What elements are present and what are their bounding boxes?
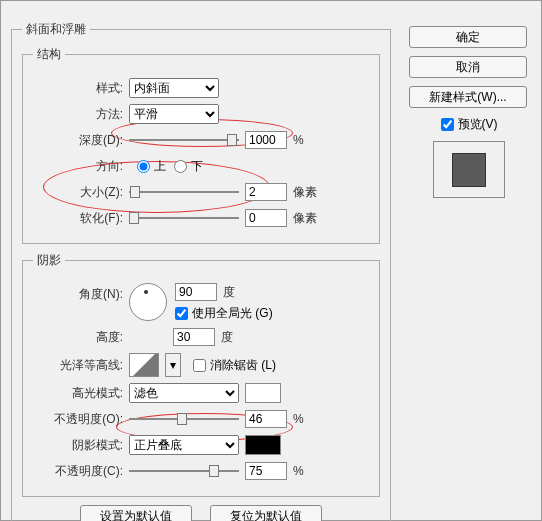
cancel-button[interactable]: 取消	[409, 56, 527, 78]
reset-default-button[interactable]: 复位为默认值	[210, 505, 322, 521]
angle-label: 角度(N):	[33, 286, 123, 303]
structure-group: 结构 样式: 内斜面 方法: 平滑 深度(D):	[22, 46, 380, 244]
direction-down-label: 下	[191, 158, 203, 175]
antialias-label: 消除锯齿 (L)	[210, 357, 276, 374]
sh-opacity-unit: %	[293, 464, 304, 478]
sh-mode-select[interactable]: 正片叠底	[129, 435, 239, 455]
bevel-emboss-group: 斜面和浮雕 结构 样式: 内斜面 方法: 平滑 深度(D):	[11, 21, 391, 521]
gloss-dropdown-icon[interactable]: ▾	[165, 353, 181, 377]
make-default-button[interactable]: 设置为默认值	[80, 505, 192, 521]
shading-legend: 阴影	[33, 252, 65, 269]
size-slider[interactable]	[129, 185, 239, 199]
angle-widget[interactable]	[129, 283, 167, 321]
hl-opacity-input[interactable]	[245, 410, 287, 428]
depth-label: 深度(D):	[33, 132, 123, 149]
style-label: 样式:	[33, 80, 123, 97]
shading-group: 阴影 角度(N): 度 使用全局光 (G)	[22, 252, 380, 497]
structure-legend: 结构	[33, 46, 65, 63]
new-style-button[interactable]: 新建样式(W)...	[409, 86, 527, 108]
size-label: 大小(Z):	[33, 184, 123, 201]
method-label: 方法:	[33, 106, 123, 123]
hl-mode-label: 高光模式:	[33, 385, 123, 402]
soften-input[interactable]	[245, 209, 287, 227]
altitude-label: 高度:	[33, 329, 123, 346]
soften-label: 软化(F):	[33, 210, 123, 227]
hl-opacity-label: 不透明度(O):	[33, 411, 123, 428]
sh-mode-label: 阴影模式:	[33, 437, 123, 454]
soften-slider[interactable]	[129, 211, 239, 225]
gloss-label: 光泽等高线:	[33, 357, 123, 374]
dialog-window: 斜面和浮雕 结构 样式: 内斜面 方法: 平滑 深度(D):	[0, 0, 542, 521]
antialias-checkbox[interactable]	[193, 359, 206, 372]
direction-label: 方向:	[33, 158, 123, 175]
angle-unit: 度	[223, 284, 235, 301]
ok-button[interactable]: 确定	[409, 26, 527, 48]
preview-box	[433, 141, 505, 198]
hl-opacity-slider[interactable]	[129, 412, 239, 426]
size-unit: 像素	[293, 184, 317, 201]
depth-unit: %	[293, 133, 304, 147]
direction-down-radio[interactable]	[174, 160, 187, 173]
angle-input[interactable]	[175, 283, 217, 301]
direction-up-radio[interactable]	[137, 160, 150, 173]
hl-color-swatch[interactable]	[245, 383, 281, 403]
bevel-emboss-legend: 斜面和浮雕	[22, 21, 90, 38]
sh-color-swatch[interactable]	[245, 435, 281, 455]
method-select[interactable]: 平滑	[129, 104, 219, 124]
preview-swatch	[452, 153, 486, 187]
style-select[interactable]: 内斜面	[129, 78, 219, 98]
sh-opacity-input[interactable]	[245, 462, 287, 480]
soften-unit: 像素	[293, 210, 317, 227]
depth-input[interactable]	[245, 131, 287, 149]
global-light-label: 使用全局光 (G)	[192, 305, 273, 322]
sh-opacity-label: 不透明度(C):	[33, 463, 123, 480]
preview-checkbox[interactable]	[441, 118, 454, 131]
gloss-contour-picker[interactable]	[129, 353, 159, 377]
global-light-checkbox[interactable]	[175, 307, 188, 320]
direction-up-label: 上	[154, 158, 166, 175]
depth-slider[interactable]	[129, 133, 239, 147]
preview-label: 预览(V)	[458, 116, 498, 133]
hl-mode-select[interactable]: 滤色	[129, 383, 239, 403]
altitude-unit: 度	[221, 329, 233, 346]
sh-opacity-slider[interactable]	[129, 464, 239, 478]
size-input[interactable]	[245, 183, 287, 201]
altitude-input[interactable]	[173, 328, 215, 346]
hl-opacity-unit: %	[293, 412, 304, 426]
